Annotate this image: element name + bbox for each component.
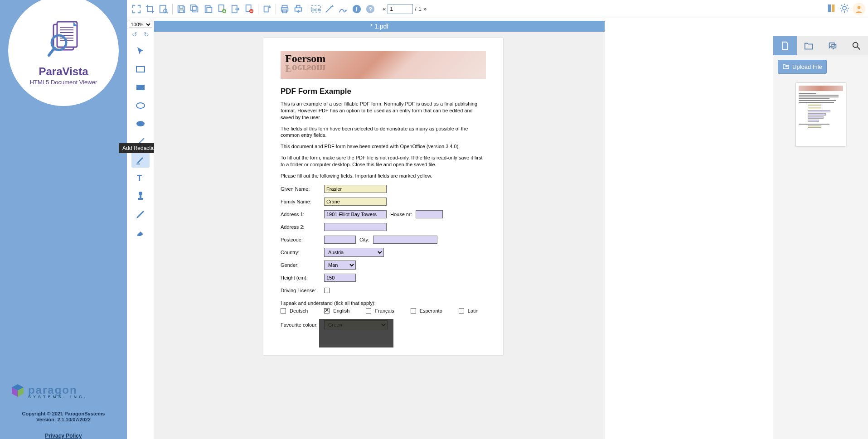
print-icon[interactable] [279,3,291,15]
svg-text:?: ? [369,5,372,12]
input-given-name[interactable] [324,185,387,193]
pointer-tool-icon[interactable] [131,43,150,59]
lang-esperanto: Esperanto [420,308,442,314]
eraser-tool-icon[interactable] [131,225,150,240]
ellipse-fill-tool-icon[interactable] [131,116,150,131]
input-height[interactable] [324,274,356,282]
checkbox-driving[interactable] [324,288,330,293]
svg-point-37 [843,6,846,10]
help-icon[interactable]: ? [364,3,376,15]
info-icon[interactable]: i [351,3,363,15]
page-total: 1 [418,5,422,12]
tab-comment-icon[interactable] [821,36,844,55]
copy-icon[interactable] [203,3,214,15]
crop-icon[interactable] [144,3,156,15]
doc-banner: Foersom Foersom [281,51,486,79]
brand-circle: ParaVista HTML5 Document Viewer [8,0,119,106]
input-address2[interactable] [324,223,387,231]
fit-window-icon[interactable] [131,3,142,15]
input-address1[interactable] [324,210,387,218]
svg-line-16 [166,12,168,13]
document-title-bar: * 1.pdf [154,21,605,32]
input-postcode[interactable] [324,236,356,244]
doc-heading: PDF Form Example [281,87,486,96]
find-icon[interactable] [158,3,170,15]
tab-folder-icon[interactable] [797,36,820,55]
bookmark-icon[interactable] [826,3,836,15]
privacy-link[interactable]: Privacy Policy [0,433,127,439]
label-speak: I speak and understand (tick all that ap… [281,300,486,307]
page-number-input[interactable] [388,4,413,14]
page-canvas[interactable]: Foersom Foersom PDF Form Example This is… [154,32,605,439]
page-thumbnail[interactable] [796,83,846,146]
save-icon[interactable] [175,3,187,15]
cube-icon [10,383,25,400]
input-house-nr[interactable] [416,210,443,218]
rotate-left-icon[interactable]: ↺ [132,31,137,38]
svg-point-47 [139,192,142,195]
label-gender: Gender: [281,262,320,268]
stamp-tool-icon[interactable] [131,188,150,204]
svg-line-10 [49,48,54,55]
svg-rect-24 [264,6,268,12]
rotate-right-icon[interactable]: ↻ [144,31,149,38]
right-panel: Upload File [773,36,868,439]
draw-icon[interactable] [337,3,349,15]
ellipse-outline-tool-icon[interactable] [131,98,150,113]
print-settings-icon[interactable] [292,3,304,15]
doc-p1: This is an example of a user fillable PD… [281,101,486,121]
rectangle-fill-tool-icon[interactable] [131,80,150,95]
svg-point-41 [136,103,145,108]
delete-page-icon[interactable] [243,3,255,15]
svg-text:OCR: OCR [311,7,321,12]
checkbox-deutsch[interactable] [281,308,286,314]
page-navigator: « / 1 » [381,4,428,14]
redaction-overlay[interactable] [319,319,393,347]
svg-text:i: i [356,5,358,12]
checkbox-esperanto[interactable] [411,308,416,314]
tab-search-icon[interactable] [844,36,868,55]
zoom-select[interactable]: 100% [129,21,152,28]
upload-file-button[interactable]: Upload File [778,60,827,74]
select-country[interactable]: Austria [324,248,384,257]
doc-p5: Please fill out the following fields. Im… [281,173,486,179]
save-all-icon[interactable] [189,3,201,15]
svg-rect-39 [136,67,145,72]
enhance-icon[interactable] [324,3,335,15]
lang-latin: Latin [468,308,479,314]
label-driving: Driving License: [281,288,320,293]
svg-point-38 [858,6,861,9]
label-city: City: [359,237,369,242]
company-name: paragon SYSTEMS, INC. [28,385,87,399]
checkbox-francais[interactable] [366,308,371,314]
svg-point-48 [853,43,858,48]
company-logo: paragon SYSTEMS, INC. [10,383,87,400]
text-tool-icon[interactable]: T [131,170,150,186]
select-gender[interactable]: Man [324,261,356,270]
export-icon[interactable] [230,3,242,15]
label-postcode: Postcode: [281,237,320,242]
settings-icon[interactable] [839,3,850,15]
svg-point-42 [136,121,145,126]
upload-label: Upload File [792,63,822,70]
pen-tool-icon[interactable] [131,207,150,222]
checkbox-latin[interactable] [459,308,464,314]
next-page-button[interactable]: » [422,5,428,12]
ocr-icon[interactable]: OCR [310,3,322,15]
prev-page-button[interactable]: « [381,5,388,12]
page-sep: / [413,5,418,12]
svg-text:T: T [137,174,142,183]
highlighter-tool-icon[interactable] [131,152,150,168]
label-country: Country: [281,250,320,255]
add-page-icon[interactable] [216,3,228,15]
rotate-icon[interactable] [261,3,273,15]
svg-rect-40 [136,85,145,90]
input-city[interactable] [373,236,437,244]
checkbox-english[interactable] [324,308,330,314]
input-family-name[interactable] [324,198,387,206]
user-icon[interactable] [853,3,865,15]
tab-page-icon[interactable] [773,36,797,55]
annotation-toolbar: 100% ↺ ↻ T [127,18,154,439]
top-toolbar: OCR i ? « / 1 » [127,0,868,18]
rectangle-outline-tool-icon[interactable] [131,62,150,77]
